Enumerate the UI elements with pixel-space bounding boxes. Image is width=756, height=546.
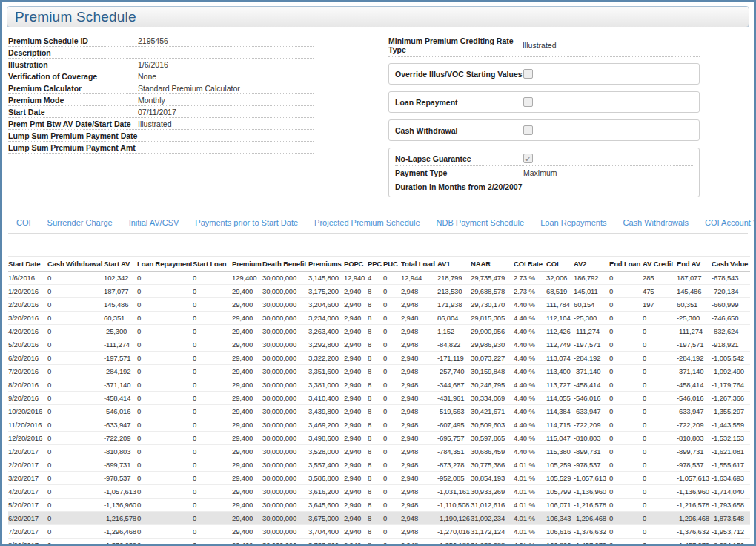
tab-initial-av-csv[interactable]: Initial AV/CSV	[121, 214, 188, 234]
tab-cash-withdrawals[interactable]: Cash Withdrawals	[614, 214, 697, 234]
table-cell: 0	[383, 525, 401, 539]
table-cell: -722,209	[677, 418, 712, 432]
table-cell: 0	[193, 445, 232, 458]
column-header-start-av: Start AV	[104, 257, 137, 272]
page-title: Premium Schedule	[15, 9, 136, 25]
table-row[interactable]: 10/20/20160-546,0160029,40030,000,0003,4…	[8, 405, 750, 418]
table-cell: 68,519	[546, 285, 574, 298]
table-cell: 30,509,603	[471, 418, 514, 432]
table-cell: 0	[383, 539, 401, 546]
tab-payments-prior-to-start-date[interactable]: Payments prior to Start Date	[187, 214, 306, 234]
table-row[interactable]: 1/6/20160102,34200129,40030,000,0003,145…	[8, 272, 750, 285]
table-cell: 0	[137, 352, 193, 365]
table-cell: 4.40 %	[514, 392, 546, 405]
table-cell: 8	[368, 325, 383, 338]
field-value: Illustrated	[523, 41, 557, 50]
field-label: Prem Pmt Btw AV Date/Start Date	[8, 119, 138, 128]
table-cell: 2,948	[401, 418, 437, 432]
table-cell: 0	[137, 285, 193, 298]
loan-repayment-checkbox[interactable]	[523, 97, 533, 107]
table-cell: 0	[609, 312, 643, 325]
tab-coi-account-value[interactable]: COI Account Value	[697, 214, 756, 234]
table-cell: 8	[368, 298, 383, 312]
table-cell: -810,803	[574, 432, 609, 445]
table-cell: 114,384	[546, 405, 574, 418]
table-cell: -1,532,153	[712, 432, 750, 445]
table-cell: 0	[193, 458, 232, 472]
table-cell: -1,057,613	[104, 485, 137, 499]
table-row[interactable]: 4/20/20170-1,057,6130029,40030,000,0003,…	[8, 485, 750, 499]
field-value: Illustrated	[138, 119, 172, 128]
table-cell: -607,495	[437, 418, 471, 432]
table-cell: 105,799	[546, 485, 574, 499]
table-cell: 30,000,000	[262, 525, 308, 539]
table-row[interactable]: 2/20/20170-899,7310029,40030,000,0003,55…	[8, 458, 750, 472]
table-cell: -371,140	[104, 378, 137, 392]
table-cell: -371,140	[677, 365, 712, 378]
table-cell: 2,940	[344, 298, 368, 312]
table-cell: 29,400	[232, 458, 262, 472]
field-label: Duration in Months from 2/20/2007	[395, 182, 523, 191]
table-cell: 114,715	[546, 418, 574, 432]
table-cell: 30,000,000	[262, 378, 308, 392]
column-header-av-credit: AV Credit	[643, 257, 677, 272]
table-cell: 213,530	[437, 285, 471, 298]
table-row[interactable]: 9/20/20160-458,4140029,40030,000,0003,41…	[8, 392, 750, 405]
table-cell: 4	[368, 272, 383, 285]
tab-surrender-charge[interactable]: Surrender Charge	[39, 214, 121, 234]
table-cell: -1,355,297	[712, 405, 750, 418]
table-cell: 2,940	[344, 378, 368, 392]
table-cell: -2,034,150	[712, 539, 750, 546]
table-cell: 29,400	[232, 405, 262, 418]
table-row[interactable]: 6/20/20160-197,5710029,40030,000,0003,32…	[8, 352, 750, 365]
table-row[interactable]: 6/20/20170-1,216,5780029,40030,000,0003,…	[8, 512, 750, 525]
table-cell: 0	[47, 392, 104, 405]
table-cell: 29,400	[232, 418, 262, 432]
table-cell: 1/20/2016	[8, 285, 47, 298]
table-row[interactable]: 5/20/20160-111,2740029,40030,000,0003,29…	[8, 338, 750, 352]
table-cell: -1,057,613	[574, 472, 609, 485]
table-row[interactable]: 4/20/20160-25,3000029,40030,000,0003,263…	[8, 325, 750, 338]
table-row[interactable]: 1/20/20160187,0770029,40030,000,0003,175…	[8, 285, 750, 298]
table-row[interactable]: 3/20/2016060,3510029,40030,000,0003,234,…	[8, 312, 750, 325]
table-cell: 0	[643, 325, 677, 338]
table-cell: 8	[368, 525, 383, 539]
table-cell: 0	[47, 272, 104, 285]
table-cell: 3,145,800	[308, 272, 344, 285]
table-cell: 8	[368, 472, 383, 485]
tab-ndb-payment-schedule[interactable]: NDB Payment Schedule	[428, 214, 533, 234]
table-row[interactable]: 5/20/20170-1,136,9600029,40030,000,0003,…	[8, 499, 750, 512]
table-cell: 145,011	[574, 285, 609, 298]
column-header-puc: PUC	[383, 257, 401, 272]
table-cell: 2,948	[401, 485, 437, 499]
table-row[interactable]: 2/20/20160145,4860029,40030,000,0003,204…	[8, 298, 750, 312]
table-row[interactable]: 1/20/20170-810,8030029,40030,000,0003,52…	[8, 445, 750, 458]
tab-loan-repayments[interactable]: Loan Repayments	[532, 214, 614, 234]
table-cell: 0	[137, 539, 193, 546]
override-illus-voc-checkbox[interactable]	[523, 69, 533, 79]
field-minimum-premium-crediting-rate-type: Minimum Premium Crediting Rate Type Illu…	[388, 35, 700, 57]
table-cell: 187,077	[104, 285, 137, 298]
table-cell: 115,047	[546, 432, 574, 445]
field-label: Start Date	[8, 108, 138, 116]
table-cell: 2,948	[401, 512, 437, 525]
column-header-premiums: Premiums	[308, 257, 344, 272]
tab-projected-premium-schedule[interactable]: Projected Premium Schedule	[306, 214, 428, 234]
table-cell: 4.40 %	[514, 432, 546, 445]
table-cell: 29,400	[232, 325, 262, 338]
table-cell: 0	[609, 392, 643, 405]
table-row[interactable]: 11/20/20160-633,9470029,40030,000,0003,4…	[8, 418, 750, 432]
table-row[interactable]: 12/20/20160-722,2090029,40030,000,0003,4…	[8, 432, 750, 445]
table-row[interactable]: 7/20/20170-1,296,4680029,40030,000,0003,…	[8, 525, 750, 539]
field-row: Cash Withdrawal	[395, 123, 693, 137]
table-row[interactable]: 8/20/20160-371,1400029,40030,000,0003,38…	[8, 378, 750, 392]
cash-withdrawal-checkbox[interactable]	[523, 125, 533, 135]
table-cell: 285	[643, 272, 677, 285]
table-cell: 5/20/2016	[8, 338, 47, 352]
table-row[interactable]: 3/20/20170-978,5370029,40030,000,0003,58…	[8, 472, 750, 485]
table-row[interactable]: 7/20/20160-284,1920029,40030,000,0003,35…	[8, 365, 750, 378]
tab-coi[interactable]: COI	[8, 214, 39, 234]
field-row: Loan Repayment	[395, 95, 693, 109]
table-cell: -1,136,960	[677, 485, 712, 499]
table-row[interactable]: 8/20/20170-1,376,6320029,40030,000,0003,…	[8, 539, 750, 546]
